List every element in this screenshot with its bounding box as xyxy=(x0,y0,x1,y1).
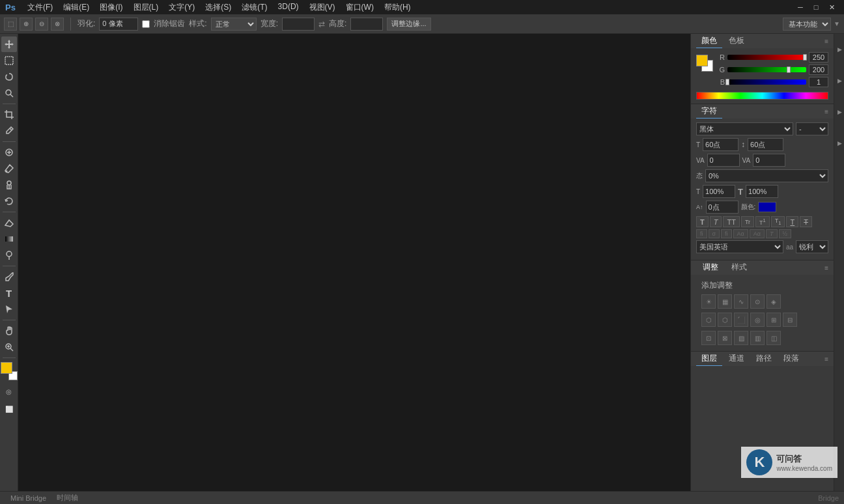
font-size-input[interactable] xyxy=(703,138,738,151)
panel-fg-color[interactable] xyxy=(696,55,708,66)
layers-panel-collapse[interactable]: ≡ xyxy=(824,356,828,363)
feather-input[interactable] xyxy=(99,18,138,31)
disc-btn[interactable]: Aα xyxy=(750,229,765,238)
color-lookup-icon[interactable]: ⊟ xyxy=(783,313,797,327)
invert-icon[interactable]: ⊡ xyxy=(701,331,716,345)
spot-heal-btn[interactable] xyxy=(1,145,17,160)
channels-tab[interactable]: 通道 xyxy=(724,352,750,366)
menu-window[interactable]: 窗口(W) xyxy=(342,1,378,14)
close-button[interactable]: ✕ xyxy=(824,0,839,14)
fract-btn[interactable]: fi xyxy=(696,229,707,238)
menu-help[interactable]: 帮助(H) xyxy=(380,1,415,14)
styles-tab[interactable]: 样式 xyxy=(725,260,753,275)
posterize-icon[interactable]: ⊠ xyxy=(718,331,732,345)
collapse-adj-icon[interactable]: ▶ xyxy=(835,99,844,125)
adj-panel-collapse[interactable]: ≡ xyxy=(824,264,828,272)
color-tab[interactable]: 颜色 xyxy=(696,34,722,48)
dodge-tool-btn[interactable] xyxy=(1,247,17,263)
selective-color-icon[interactable]: ◫ xyxy=(767,331,781,345)
new-selection-icon[interactable]: ⬚ xyxy=(4,18,17,31)
allcaps-btn[interactable]: TT xyxy=(723,216,739,227)
vibrance-icon[interactable]: ◈ xyxy=(767,294,781,309)
blue-slider-thumb[interactable] xyxy=(725,79,729,85)
font-style-select[interactable]: - xyxy=(796,122,828,135)
hue-sat-icon[interactable]: ⬡ xyxy=(701,313,716,327)
adj-tab[interactable]: 调整 xyxy=(696,260,725,275)
levels-icon[interactable]: ▦ xyxy=(718,294,732,309)
oldstyle-btn[interactable]: fi xyxy=(721,229,732,238)
lasso-tool-btn[interactable] xyxy=(1,69,17,85)
green-value-input[interactable] xyxy=(809,64,828,75)
green-slider-track[interactable] xyxy=(727,67,806,72)
menu-3d[interactable]: 3D(D) xyxy=(274,1,303,14)
menu-image[interactable]: 图像(I) xyxy=(96,1,126,14)
add-selection-icon[interactable]: ⊕ xyxy=(20,18,33,31)
color-spectrum-bar[interactable] xyxy=(696,92,828,100)
menu-type[interactable]: 文字(Y) xyxy=(165,1,199,14)
quick-select-btn[interactable] xyxy=(1,85,17,101)
menu-view[interactable]: 视图(V) xyxy=(305,1,339,14)
marquee-tool-btn[interactable] xyxy=(1,53,17,68)
layers-tab[interactable]: 图层 xyxy=(696,352,722,366)
sub-btn[interactable]: T1 xyxy=(771,216,785,227)
font-family-select[interactable]: 黑体 xyxy=(696,122,793,135)
channel-mixer-icon[interactable]: ⊞ xyxy=(767,313,781,327)
vert-scale-select[interactable]: 0% xyxy=(705,169,828,182)
quick-mask-btn[interactable]: ◎ xyxy=(1,384,17,399)
ligature-btn[interactable]: σ xyxy=(709,229,720,238)
timeline-tab[interactable]: 时间轴 xyxy=(51,492,83,504)
green-slider-thumb[interactable] xyxy=(787,66,791,73)
menu-layer[interactable]: 图层(L) xyxy=(130,1,163,14)
char-color-swatch[interactable] xyxy=(758,202,776,212)
red-value-input[interactable] xyxy=(809,52,828,63)
char-panel-collapse[interactable]: ≡ xyxy=(824,108,828,115)
red-slider-thumb[interactable] xyxy=(803,54,807,61)
curves-icon[interactable]: ∿ xyxy=(734,294,748,309)
zoom-tool-btn[interactable] xyxy=(1,339,17,355)
menu-filter[interactable]: 滤镜(T) xyxy=(238,1,271,14)
minimize-button[interactable]: ─ xyxy=(793,0,808,14)
width-input[interactable] xyxy=(282,18,315,31)
blue-value-input[interactable] xyxy=(809,77,828,87)
crop-tool-btn[interactable] xyxy=(1,107,17,122)
horiz-scale-input[interactable] xyxy=(703,185,735,198)
bold-btn[interactable]: T xyxy=(696,216,709,227)
gradient-map-icon[interactable]: ▥ xyxy=(750,331,765,345)
anti-alias-select[interactable]: 锐利 xyxy=(796,240,828,253)
style-select[interactable]: 正常 固定比例 固定大小 xyxy=(211,18,257,31)
smallcaps-btn[interactable]: Tr xyxy=(741,216,754,227)
swatches-tab[interactable]: 色板 xyxy=(724,34,750,48)
history-brush-btn[interactable] xyxy=(1,193,17,209)
line-height-input[interactable] xyxy=(748,138,783,151)
pen-tool-btn[interactable] xyxy=(1,269,17,285)
blue-slider-track[interactable] xyxy=(727,79,806,85)
paragraph-tab[interactable]: 段落 xyxy=(778,352,804,366)
brush-tool-btn[interactable] xyxy=(1,161,17,176)
menu-select[interactable]: 选择(S) xyxy=(201,1,235,14)
ctx-alt-btn[interactable]: ½ xyxy=(779,229,792,238)
bw-icon[interactable]: ⬛ xyxy=(734,313,748,327)
italic-btn[interactable]: T xyxy=(710,216,722,227)
refine-edge-button[interactable]: 调整边缘... xyxy=(387,18,430,31)
type-tool-btn[interactable]: T xyxy=(1,285,17,301)
gradient-tool-btn[interactable] xyxy=(1,231,17,247)
color-balance-icon[interactable]: ⬡ xyxy=(718,313,732,327)
underline-btn[interactable]: T xyxy=(786,216,798,227)
threshold-icon[interactable]: ▨ xyxy=(734,331,748,345)
eyedropper-btn[interactable] xyxy=(1,123,17,139)
red-slider-track[interactable] xyxy=(727,55,806,60)
super-btn[interactable]: T1 xyxy=(755,216,770,227)
language-select[interactable]: 美国英语 xyxy=(696,240,783,253)
clone-stamp-btn[interactable] xyxy=(1,177,17,193)
menu-edit[interactable]: 编辑(E) xyxy=(59,1,93,14)
baseline-input[interactable] xyxy=(706,201,738,214)
ordn-btn[interactable]: Aα xyxy=(733,229,748,238)
tracking-input[interactable] xyxy=(707,154,740,167)
eraser-btn[interactable] xyxy=(1,215,17,231)
titling-btn[interactable]: T xyxy=(766,229,778,238)
screen-mode-btn[interactable]: ⬜ xyxy=(1,401,17,417)
brightness-icon[interactable]: ☀ xyxy=(701,294,716,309)
exposure-icon[interactable]: ⊙ xyxy=(750,294,765,309)
intersect-selection-icon[interactable]: ⊗ xyxy=(51,18,64,31)
move-tool-btn[interactable] xyxy=(1,36,17,52)
